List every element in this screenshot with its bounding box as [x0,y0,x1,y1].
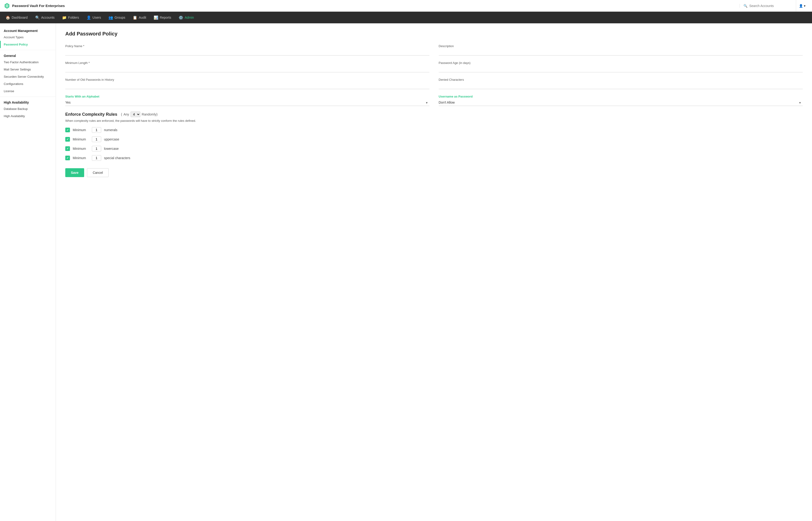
sidebar-item-high-availability[interactable]: High Availability [0,112,56,120]
form-row-2: Minimum Length * Password Age (in days) [65,61,803,72]
sidebar-item-account-types[interactable]: Account Types [0,33,56,41]
denied-chars-input[interactable] [439,82,803,89]
rule-row-lowercase: ✓ Minimum lowercase [65,146,803,152]
complexity-desc: When complexity rules are enforced, the … [65,119,803,122]
check-icon-lowercase: ✓ [67,147,69,150]
rule-desc-lowercase: lowercase [104,147,119,151]
folders-icon: 📁 [62,16,67,20]
form-group-denied-chars: Denied Characters [439,78,803,89]
rule-row-numerals: ✓ Minimum numerals [65,127,803,133]
nav-label-users: Users [93,16,101,19]
nav-item-groups[interactable]: 👥 Groups [105,12,129,23]
form-row-3: Number of Old Passwords in History Denie… [65,78,803,89]
old-passwords-label: Number of Old Passwords in History [65,78,429,82]
accounts-icon: 🔍 [35,16,40,20]
dashboard-icon: 🏠 [6,16,10,20]
admin-icon: ⚙️ [178,16,183,20]
checkbox-numerals[interactable]: ✓ [65,128,70,132]
checkbox-special[interactable]: ✓ [65,156,70,160]
groups-icon: 👥 [109,16,113,20]
min-length-input[interactable] [65,66,429,72]
check-icon-uppercase: ✓ [67,138,69,141]
user-dropdown-arrow: ▾ [804,4,806,8]
sidebar-item-configurations[interactable]: Configurations [0,80,56,88]
search-icon: 🔍 [743,4,747,8]
nav-item-admin[interactable]: ⚙️ Admin [175,12,198,23]
nav-bar: 🏠 Dashboard 🔍 Accounts 📁 Folders 👤 Users… [0,12,812,23]
cancel-button[interactable]: Cancel [87,168,109,177]
rule-input-special[interactable] [92,155,101,161]
logo-icon [4,3,10,9]
section-title-general: General [0,52,56,59]
nav-item-reports[interactable]: 📊 Reports [150,12,175,23]
save-button[interactable]: Save [65,168,84,177]
nav-label-groups: Groups [115,16,125,19]
search-area: 🔍 [740,4,796,8]
description-label: Description [439,44,803,48]
nav-label-dashboard: Dashboard [11,16,28,19]
nav-label-audit: Audit [139,16,146,19]
complexity-header: Enforce Complexity Rules ( Any 4 1 2 3 R… [65,112,803,117]
form-group-min-length: Minimum Length * [65,61,429,72]
form-group-policy-name: Policy Name * [65,44,429,55]
rule-input-uppercase[interactable] [92,136,101,142]
sidebar-item-database-backup[interactable]: Database Backup [0,105,56,112]
complexity-count-select[interactable]: 4 1 2 3 [130,112,140,117]
users-icon: 👤 [87,16,91,20]
rule-input-lowercase[interactable] [92,146,101,152]
nav-item-audit[interactable]: 📋 Audit [129,12,150,23]
rule-row-special: ✓ Minimum special characters [65,155,803,161]
rule-input-numerals[interactable] [92,127,101,133]
starts-with-label: Starts With an Alphabet [65,95,429,98]
sidebar: Account Management Account Types Passwor… [0,23,56,521]
nav-item-folders[interactable]: 📁 Folders [58,12,83,23]
min-length-label: Minimum Length * [65,61,429,65]
starts-with-select[interactable]: Yes No [65,99,429,106]
app-name: Password Vault For Enterprises [12,4,65,8]
any-label: ( [121,112,122,116]
password-age-input[interactable] [439,66,803,72]
search-input[interactable] [749,4,796,8]
nav-item-accounts[interactable]: 🔍 Accounts [31,12,58,23]
checkbox-uppercase[interactable]: ✓ [65,137,70,142]
form-group-username-pwd: Username as Password Don't Allow Allow [439,95,803,106]
form-row-4: Starts With an Alphabet Yes No Username … [65,95,803,106]
sidebar-item-password-policy[interactable]: Password Policy [0,41,56,48]
nav-item-dashboard[interactable]: 🏠 Dashboard [2,12,31,23]
logo-area: Password Vault For Enterprises [4,3,740,9]
section-title-account-management: Account Management [0,27,56,33]
rule-desc-special: special characters [104,156,130,160]
checkbox-lowercase[interactable]: ✓ [65,146,70,151]
section-title-high-availability: High Availability [0,99,56,105]
layout: Account Management Account Types Passwor… [0,23,812,521]
description-input[interactable] [439,49,803,55]
sidebar-item-mail-server[interactable]: Mail Server Settings [0,66,56,73]
form-row-1: Policy Name * Description [65,44,803,55]
rule-label-uppercase: Minimum [73,137,89,141]
user-avatar-icon: 👤 [799,4,803,8]
policy-name-input[interactable] [65,49,429,55]
username-pwd-label: Username as Password [439,95,803,98]
sidebar-item-license[interactable]: License [0,88,56,95]
user-menu[interactable]: 👤 ▾ [796,0,808,12]
username-pwd-wrapper: Don't Allow Allow [439,99,803,106]
rule-label-numerals: Minimum [73,128,89,132]
old-passwords-input[interactable] [65,82,429,89]
audit-icon: 📋 [133,16,137,20]
main-content: Add Password Policy Policy Name * Descri… [56,23,812,521]
sidebar-item-two-factor[interactable]: Two Factor Authentication [0,59,56,66]
nav-label-admin: Admin [185,16,194,19]
form-group-password-age: Password Age (in days) [439,61,803,72]
complexity-title: Enforce Complexity Rules [65,112,117,117]
nav-label-reports: Reports [160,16,171,19]
rule-desc-numerals: numerals [104,128,118,132]
denied-chars-label: Denied Characters [439,78,803,82]
sidebar-item-securden-server[interactable]: Securden Server Connectivity [0,73,56,80]
username-pwd-select[interactable]: Don't Allow Allow [439,99,803,106]
form-group-description: Description [439,44,803,55]
page-title: Add Password Policy [65,31,803,37]
nav-item-users[interactable]: 👤 Users [83,12,105,23]
button-row: Save Cancel [65,168,803,177]
form-group-old-passwords: Number of Old Passwords in History [65,78,429,89]
form-group-starts-with: Starts With an Alphabet Yes No [65,95,429,106]
